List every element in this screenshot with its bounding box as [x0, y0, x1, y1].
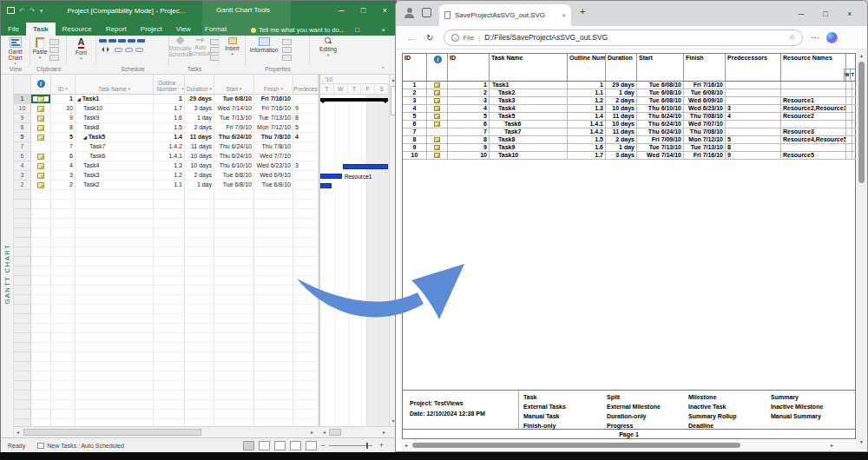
- empty-cell[interactable]: [293, 200, 319, 209]
- empty-cell[interactable]: [51, 276, 76, 286]
- filter-arrow-icon[interactable]: ▾: [280, 86, 283, 92]
- empty-cell[interactable]: [51, 324, 76, 333]
- cell-id[interactable]: 8: [51, 123, 76, 133]
- empty-cell[interactable]: [214, 305, 254, 314]
- cell-start[interactable]: Thu 6/24/10: [214, 142, 254, 152]
- cell-duration[interactable]: 11 days: [185, 133, 214, 142]
- empty-cell[interactable]: [76, 314, 154, 324]
- font-button[interactable]: A Font ▾: [67, 36, 95, 62]
- empty-cell[interactable]: [14, 276, 31, 286]
- task-row[interactable]: 77Task71.4.211 daysThu 6/24/10Thu 7/8/10: [14, 142, 319, 152]
- empty-cell[interactable]: [185, 333, 214, 343]
- empty-cell[interactable]: [76, 190, 154, 200]
- empty-cell[interactable]: [254, 314, 293, 324]
- empty-cell[interactable]: [76, 352, 154, 362]
- qat-dropdown-icon[interactable]: ▾: [39, 7, 43, 15]
- indicator-cell[interactable]: [31, 161, 51, 171]
- empty-cell[interactable]: [154, 371, 185, 381]
- filter-arrow-icon[interactable]: ▾: [65, 86, 68, 92]
- expand-triangle-icon[interactable]: ◢: [77, 96, 81, 102]
- empty-cell[interactable]: [31, 219, 51, 228]
- empty-cell[interactable]: [254, 295, 293, 305]
- indicator-cell[interactable]: [31, 181, 51, 190]
- ribbon-tab-task[interactable]: Task: [26, 23, 56, 36]
- empty-cell[interactable]: [14, 324, 31, 333]
- empty-cell[interactable]: [293, 219, 319, 228]
- empty-cell[interactable]: [293, 343, 319, 352]
- browser-vertical-scrollbar[interactable]: ▲ ▼: [856, 49, 867, 450]
- empty-cell[interactable]: [14, 209, 31, 219]
- scroll-left-icon[interactable]: ◄: [404, 440, 408, 450]
- empty-cell[interactable]: [14, 247, 31, 257]
- row-number[interactable]: 8: [14, 123, 31, 133]
- cell-outline-number[interactable]: 1.1: [154, 181, 185, 190]
- collapse-ribbon-icon[interactable]: ⌃: [380, 64, 385, 74]
- settings-menu-icon[interactable]: ⋯: [811, 33, 819, 42]
- summary-bar[interactable]: [320, 98, 388, 102]
- empty-cell[interactable]: [185, 209, 214, 219]
- cell-duration[interactable]: 11 days: [185, 142, 214, 152]
- empty-cell[interactable]: [154, 238, 185, 247]
- empty-cell[interactable]: [31, 266, 51, 276]
- cell-predecessors[interactable]: [293, 171, 319, 181]
- empty-cell[interactable]: [51, 391, 76, 400]
- minimize-button[interactable]: ─: [789, 1, 813, 26]
- cell-predecessors[interactable]: 9: [293, 104, 319, 114]
- team-planner-view-button[interactable]: [274, 441, 286, 450]
- empty-cell[interactable]: [51, 352, 76, 362]
- task-row[interactable]: 44Task41.310 daysThu 6/10/10Wed 6/23/103: [14, 161, 319, 171]
- empty-cell[interactable]: [51, 247, 76, 257]
- empty-cell[interactable]: [185, 371, 214, 381]
- empty-cell[interactable]: [214, 200, 254, 209]
- column-header-id[interactable]: ID▾: [51, 75, 76, 94]
- empty-cell[interactable]: [185, 410, 214, 419]
- maximize-button[interactable]: □: [352, 1, 374, 20]
- filter-arrow-icon[interactable]: ▾: [128, 86, 131, 92]
- row-number[interactable]: 3: [14, 171, 31, 181]
- cell-start[interactable]: Thu 6/10/10: [214, 161, 254, 171]
- browser-horizontal-scrollbar[interactable]: ◄ ►: [402, 440, 856, 450]
- empty-cell[interactable]: [214, 352, 254, 362]
- 0-percent-icon[interactable]: [99, 39, 107, 43]
- empty-row[interactable]: [14, 400, 319, 410]
- row-number[interactable]: 1: [14, 95, 31, 104]
- empty-cell[interactable]: [51, 190, 76, 200]
- empty-cell[interactable]: [14, 419, 31, 426]
- empty-row[interactable]: [14, 247, 319, 257]
- empty-cell[interactable]: [185, 190, 214, 200]
- task-row[interactable]: 33Task31.22 daysTue 6/8/10Wed 6/9/10: [14, 171, 319, 181]
- empty-cell[interactable]: [14, 238, 31, 247]
- empty-cell[interactable]: [51, 295, 76, 305]
- scrollbar-thumb[interactable]: [412, 443, 740, 448]
- cell-predecessors[interactable]: [293, 142, 319, 152]
- empty-cell[interactable]: [154, 410, 185, 419]
- empty-cell[interactable]: [31, 362, 51, 371]
- undo-icon[interactable]: ↶: [19, 7, 25, 15]
- task-mode-icon[interactable]: [210, 55, 220, 61]
- empty-cell[interactable]: [214, 343, 254, 352]
- cell-task-name[interactable]: Task3: [76, 171, 154, 181]
- cell-finish[interactable]: Wed 6/23/10: [254, 161, 293, 171]
- row-number[interactable]: 9: [14, 114, 31, 123]
- details-icon[interactable]: [282, 47, 292, 53]
- column-header-task-name[interactable]: Task Name▾: [76, 75, 154, 94]
- empty-cell[interactable]: [51, 200, 76, 209]
- empty-cell[interactable]: [293, 410, 319, 419]
- empty-cell[interactable]: [51, 257, 76, 266]
- empty-cell[interactable]: [31, 410, 51, 419]
- cell-finish[interactable]: Thu 7/8/10: [254, 142, 293, 152]
- empty-cell[interactable]: [293, 209, 319, 219]
- empty-cell[interactable]: [214, 381, 254, 391]
- empty-cell[interactable]: [31, 209, 51, 219]
- cell-start[interactable]: Fri 7/9/10: [214, 123, 254, 133]
- cell-start[interactable]: Tue 6/8/10: [214, 95, 254, 104]
- empty-cell[interactable]: [14, 228, 31, 238]
- empty-cell[interactable]: [154, 276, 185, 286]
- empty-cell[interactable]: [51, 419, 76, 426]
- empty-cell[interactable]: [293, 352, 319, 362]
- cell-finish[interactable]: Mon 7/12/10: [254, 123, 293, 133]
- empty-cell[interactable]: [185, 343, 214, 352]
- empty-cell[interactable]: [14, 219, 31, 228]
- empty-cell[interactable]: [14, 295, 31, 305]
- empty-cell[interactable]: [214, 276, 254, 286]
